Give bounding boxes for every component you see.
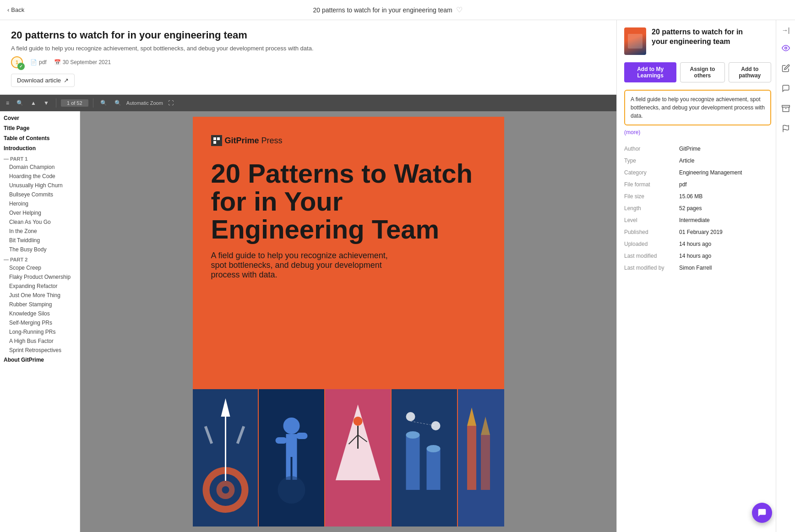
toc-item-long-running[interactable]: Long-Running PRs [0,327,80,337]
toc-item-clean-as-you-go[interactable]: Clean As You Go [0,217,80,227]
svg-marker-8 [221,398,230,417]
back-button[interactable]: ‹ Back [7,6,24,13]
add-to-learnings-button[interactable]: Add to My Learnings [624,62,676,82]
archive-icon-button[interactable] [780,103,792,116]
nav-title-text: 20 patterns to watch for in your enginee… [313,6,452,14]
download-label: Download article [17,77,61,84]
pdf-page-up-button[interactable]: ▲ [28,98,38,108]
pdf-page-label: 1 of 52 [61,99,88,107]
back-label: Back [11,6,24,13]
svg-rect-32 [481,435,490,490]
article-meta: 1 ✓ 📄 pdf 📅 30 September 2021 [11,56,605,68]
toc-item-just-one-more[interactable]: Just One More Thing [0,291,80,300]
zoom-in-button[interactable]: 🔍 [112,98,124,108]
toc-item-expanding-refactor[interactable]: Expanding Refactor [0,282,80,291]
pdf-page-view[interactable]: GitPrime Press 20 Patterns to Watch for … [80,111,616,532]
toc-item-hoarding[interactable]: Hoarding the Code [0,172,80,181]
right-panel-content: 20 patterns to watch for in your enginee… [617,20,795,532]
level-value: Intermediate [679,214,771,226]
pdf-page-content: GitPrime Press 20 Patterns to Watch for … [193,117,504,298]
author-label: Author [624,143,679,155]
toc-item-cover[interactable]: Cover [0,113,80,123]
toc-item-scope-creep[interactable]: Scope Creep [0,263,80,272]
download-button[interactable]: Download article ↗ [11,74,75,87]
toc-item-knowledge-silos[interactable]: Knowledge Silos [0,309,80,318]
pdf-illustrations [193,389,504,527]
assign-to-others-button[interactable]: Assign to others [680,62,724,82]
toc-item-flaky-ownership[interactable]: Flaky Product Ownership [0,272,80,282]
svg-rect-24 [406,435,420,490]
toc-item-in-the-zone[interactable]: In the Zone [0,227,80,236]
toc-item-self-merging[interactable]: Self-Merging PRs [0,318,80,327]
pdf-page: GitPrime Press 20 Patterns to Watch for … [193,117,504,527]
svg-marker-33 [467,407,476,426]
top-nav: ‹ Back 20 patterns to watch for in your … [0,0,795,20]
svg-rect-1 [217,137,220,140]
action-buttons: Add to My Learnings Assign to others Add… [624,62,771,82]
toc-part-2-label: — PART 2 [0,254,80,263]
chat-fab-button[interactable] [752,503,772,523]
pdf-search-button[interactable]: 🔍 [14,98,26,108]
right-sidebar-icons: →| [776,20,795,532]
author-value: GitPrime [679,143,771,155]
svg-rect-26 [427,449,441,490]
type-label: Type [624,155,679,167]
file-type: pdf [39,59,47,65]
toc-item-toc[interactable]: Table of Contents [0,133,80,143]
toc-item-about[interactable]: About GitPrime [0,355,80,365]
file-icon: 📄 [30,59,37,65]
svg-point-20 [354,417,363,426]
flag-icon-button[interactable] [780,123,792,136]
svg-marker-34 [481,417,490,435]
main-layout: 20 patterns to watch for in your enginee… [0,20,795,532]
toc-item-domain-champion[interactable]: Domain Champion [0,163,80,172]
fullscreen-button[interactable]: ⛶ [166,98,176,108]
toc-toggle-button[interactable]: ≡ [4,98,11,108]
nav-title: 20 patterns to watch for in your enginee… [313,5,462,14]
zoom-out-button[interactable]: 🔍 [98,98,109,108]
chat-icon-button[interactable] [780,82,792,96]
svg-point-6 [222,486,229,494]
metadata-level-row: Level Intermediate [624,214,771,226]
favorite-icon[interactable]: ♡ [456,5,463,14]
svg-rect-10 [236,426,245,444]
external-link-icon: ↗ [64,77,69,84]
illus-panel-5 [458,389,504,527]
toc-item-title[interactable]: Title Page [0,123,80,133]
pdf-thumbnail [624,27,646,55]
published-value: 01 February 2019 [679,226,771,238]
right-panel-header: 20 patterns to watch for in your enginee… [624,27,771,55]
content-area: 20 patterns to watch for in your enginee… [0,20,616,532]
toc-item-rubber-stamping[interactable]: Rubber Stamping [0,300,80,309]
published-label: Published [624,226,679,238]
more-link[interactable]: (more) [624,129,771,136]
toc-item-intro[interactable]: Introduction [0,143,80,153]
toc-item-heroing[interactable]: Heroing [0,199,80,208]
toc-item-busy-body[interactable]: The Busy Body [0,245,80,254]
svg-point-27 [427,445,441,452]
toc-item-high-bus[interactable]: A High Bus Factor [0,337,80,346]
pdf-page-down-button[interactable]: ▼ [41,98,51,108]
metadata-category-row: Category Engineering Management [624,167,771,179]
pdf-content-area: Cover Title Page Table of Contents Intro… [0,111,616,532]
right-sidebar: →| [616,20,795,532]
metadata-format-row: File format pdf [624,179,771,190]
collapse-panel-button[interactable]: →| [780,25,792,36]
article-title: 20 patterns to watch for in your enginee… [11,29,605,41]
toc-item-bit-twiddling[interactable]: Bit Twiddling [0,236,80,245]
toc-item-bullseye[interactable]: Bullseye Commits [0,190,80,199]
last-modified-by-value: Simon Farrell [679,262,771,274]
metadata-published-row: Published 01 February 2019 [624,226,771,238]
metadata-length-row: Length 52 pages [624,202,771,214]
metadata-table: Author GitPrime Type Article Category En… [624,143,771,274]
metadata-author-row: Author GitPrime [624,143,771,155]
eye-icon-button[interactable] [780,42,792,56]
last-modified-by-label: Last modified by [624,262,679,274]
edit-icon-button[interactable] [780,62,792,76]
add-to-pathway-button[interactable]: Add to pathway [729,62,771,82]
svg-point-17 [278,476,305,504]
toc-item-sprint-retro[interactable]: Sprint Retrospectives [0,346,80,355]
toc-item-over-helping[interactable]: Over Helping [0,208,80,217]
toc-item-high-churn[interactable]: Unusually High Churn [0,181,80,190]
metadata-last-modified-row: Last modified 14 hours ago [624,250,771,262]
